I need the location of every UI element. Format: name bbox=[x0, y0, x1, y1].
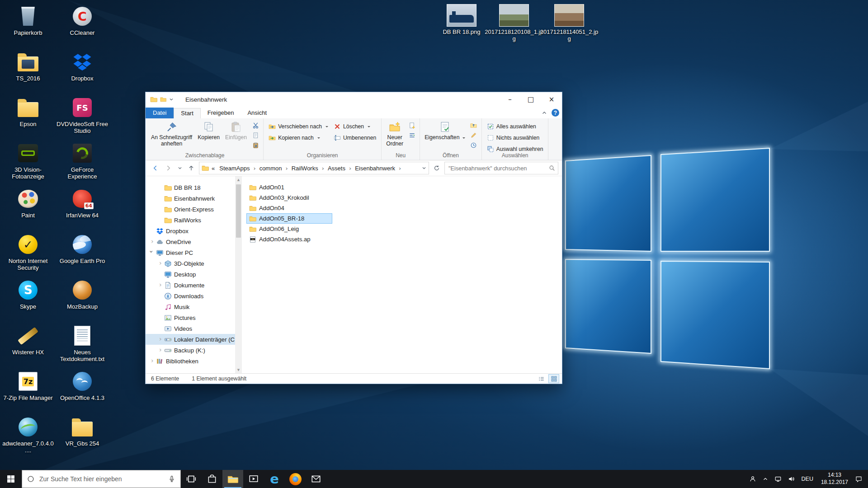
address-history-icon[interactable] bbox=[422, 166, 426, 170]
desktop-icon-3d-vision-fotoanzeige[interactable]: 3D Vision-Fotoanzeige bbox=[2, 141, 54, 180]
an-schnellzugriff-anheften-button[interactable]: An Schnellzugriffanheften bbox=[149, 120, 194, 149]
qat-new-folder-icon[interactable] bbox=[160, 96, 166, 103]
expander-icon[interactable] bbox=[157, 260, 164, 267]
umbenennen-button[interactable]: Umbenennen bbox=[331, 132, 379, 143]
file-item-addon01[interactable]: AddOn01 bbox=[246, 182, 332, 192]
volume-icon[interactable] bbox=[787, 470, 796, 488]
new-item-button[interactable] bbox=[406, 121, 417, 130]
breadcrumb-separator-icon[interactable]: › bbox=[347, 165, 353, 172]
back-button[interactable] bbox=[149, 162, 161, 174]
tab-datei[interactable]: Datei bbox=[146, 108, 174, 118]
desktop-icon-vr-gbs-254[interactable]: VR_Gbs 254 bbox=[56, 415, 108, 447]
clock[interactable]: 14:13 18.12.2017 bbox=[819, 472, 850, 486]
desktop-icon-geforce-experience[interactable]: GeForce Experience bbox=[56, 141, 108, 180]
nav-scrollbar[interactable]: ▲ ▼ bbox=[235, 176, 242, 373]
qat-customize-icon[interactable] bbox=[169, 97, 174, 102]
start-button[interactable] bbox=[0, 470, 22, 488]
nav-item-dieser-pc[interactable]: Dieser PC bbox=[146, 247, 242, 258]
desktop-icon-db-br-18-png[interactable]: DB BR 18.png bbox=[432, 4, 491, 35]
file-item-addon04[interactable]: AddOn04 bbox=[246, 203, 332, 213]
desktop-icon-google-earth-pro[interactable]: Google Earth Pro bbox=[56, 233, 108, 264]
nav-item-bibliotheken[interactable]: Bibliotheken bbox=[146, 356, 242, 366]
nav-item-desktop[interactable]: Desktop bbox=[146, 269, 242, 280]
alles-auswaehlen-button[interactable]: Alles auswählen bbox=[484, 121, 546, 132]
nav-item-3d-objekte[interactable]: 3D-Objekte bbox=[146, 258, 242, 269]
desktop-icon-ts-2016[interactable]: TS_2016 bbox=[2, 50, 54, 82]
breadcrumb-separator-icon[interactable]: › bbox=[397, 165, 403, 172]
easy-access-button[interactable] bbox=[406, 131, 417, 140]
eigenschaften-button[interactable]: Eigenschaften bbox=[422, 120, 467, 142]
expander-icon[interactable] bbox=[157, 347, 164, 354]
desktop-icon-adwcleaner-7-0-4-0[interactable]: adwcleaner_7.0.4.0.... bbox=[2, 415, 54, 454]
desktop-icon-irfanview-64[interactable]: IrfanView 64 bbox=[56, 187, 108, 219]
recent-locations-button[interactable] bbox=[176, 162, 184, 174]
up-button[interactable] bbox=[185, 162, 197, 174]
details-view-button[interactable] bbox=[536, 374, 547, 383]
breadcrumb-common[interactable]: common bbox=[258, 164, 284, 173]
nav-item-eisenbahnwerk[interactable]: Eisenbahnwerk bbox=[146, 193, 242, 204]
nav-item-musik[interactable]: Musik bbox=[146, 301, 242, 312]
desktop-icon-paint[interactable]: Paint bbox=[2, 187, 54, 219]
file-item-addon03-krokodil[interactable]: AddOn03_Krokodil bbox=[246, 192, 332, 203]
help-icon[interactable] bbox=[552, 109, 559, 117]
titlebar[interactable]: Eisenbahnwerk – □ × bbox=[146, 92, 562, 107]
breadcrumb-separator-icon[interactable]: › bbox=[284, 165, 290, 172]
nav-item-railworks[interactable]: RailWorks bbox=[146, 215, 242, 225]
taskbar-app-mail[interactable] bbox=[306, 470, 326, 488]
expander-icon[interactable] bbox=[157, 336, 164, 343]
edit-item-button[interactable] bbox=[468, 131, 479, 140]
minimize-button[interactable]: – bbox=[500, 92, 520, 107]
neuer-ordner-button[interactable]: NeuerOrdner bbox=[384, 120, 406, 149]
ribbon-collapse-icon[interactable] bbox=[542, 110, 547, 116]
taskbar-app-store[interactable] bbox=[202, 470, 222, 488]
action-center-button[interactable] bbox=[854, 470, 863, 488]
desktop-icon-dvdvideosoft-free-studio[interactable]: DVDVideoSoft Free Studio bbox=[56, 96, 108, 135]
nav-item-dokumente[interactable]: Dokumente bbox=[146, 280, 242, 291]
paste-shortcut-button[interactable] bbox=[250, 141, 261, 150]
taskbar-app-task-view[interactable] bbox=[181, 470, 202, 488]
taskbar-app-edge[interactable]: e bbox=[264, 470, 285, 488]
nav-item-orient-express[interactable]: Orient-Express bbox=[146, 204, 242, 215]
desktop-icon-skype[interactable]: Skype bbox=[2, 278, 54, 310]
breadcrumb-eisenbahnwerk[interactable]: Eisenbahnwerk bbox=[353, 164, 397, 173]
taskbar-app-file-explorer[interactable] bbox=[222, 470, 243, 488]
file-item-addon04assets-ap[interactable]: 7zAddOn04Assets.ap bbox=[246, 234, 332, 244]
taskbar-app-movies-tv[interactable] bbox=[243, 470, 264, 488]
nav-item-downloads[interactable]: Downloads bbox=[146, 291, 242, 301]
address-bar[interactable]: « SteamApps›common›RailWorks›Assets›Eise… bbox=[199, 162, 429, 174]
file-item-addon05-br-18[interactable]: AddOn05_BR-18 bbox=[246, 213, 332, 224]
tab-start[interactable]: Start bbox=[174, 108, 200, 118]
breadcrumb-railworks[interactable]: RailWorks bbox=[290, 164, 320, 173]
taskbar-search-input[interactable] bbox=[38, 475, 164, 483]
breadcrumb-assets[interactable]: Assets bbox=[326, 164, 347, 173]
file-item-addon06-leig[interactable]: AddOn06_Leig bbox=[246, 224, 332, 234]
nav-item-backup-k[interactable]: Backup (K:) bbox=[146, 345, 242, 356]
desktop-icon-7-zip-file-manager[interactable]: 7-Zip File Manager bbox=[2, 370, 54, 401]
desktop-icon-epson[interactable]: Epson bbox=[2, 96, 54, 127]
microphone-icon[interactable] bbox=[168, 475, 176, 483]
desktop-icon-openoffice-4-1-3[interactable]: OpenOffice 4.1.3 bbox=[56, 370, 108, 401]
nav-item-videos[interactable]: Videos bbox=[146, 323, 242, 334]
thumbnails-view-button[interactable] bbox=[548, 374, 559, 383]
scroll-thumb[interactable] bbox=[236, 184, 241, 238]
people-button[interactable] bbox=[748, 470, 757, 488]
copy-path-button[interactable] bbox=[250, 131, 261, 140]
breadcrumb-steamapps[interactable]: SteamApps bbox=[217, 164, 251, 173]
language-indicator[interactable]: DEU bbox=[800, 476, 815, 482]
open-item-button[interactable] bbox=[468, 121, 479, 130]
scroll-down-icon[interactable]: ▼ bbox=[235, 366, 242, 373]
kopieren-button[interactable]: Kopieren bbox=[195, 120, 222, 142]
nav-item-onedrive[interactable]: OneDrive bbox=[146, 236, 242, 247]
breadcrumb-overflow[interactable]: « bbox=[210, 165, 217, 172]
expander-icon[interactable] bbox=[149, 249, 156, 256]
taskbar-app-firefox[interactable] bbox=[285, 470, 306, 488]
desktop-icon-papierkorb[interactable]: Papierkorb bbox=[2, 5, 54, 36]
history-button[interactable] bbox=[468, 141, 479, 150]
cut-button[interactable] bbox=[250, 121, 261, 130]
desktop-icon-norton-internet-security[interactable]: Norton Internet Security bbox=[2, 233, 54, 272]
tab-ansicht[interactable]: Ansicht bbox=[241, 108, 274, 118]
close-button[interactable]: × bbox=[541, 92, 562, 107]
forward-button[interactable] bbox=[163, 162, 175, 174]
scroll-up-icon[interactable]: ▲ bbox=[235, 176, 242, 183]
nichts-auswaehlen-button[interactable]: Nichts auswählen bbox=[484, 132, 546, 143]
